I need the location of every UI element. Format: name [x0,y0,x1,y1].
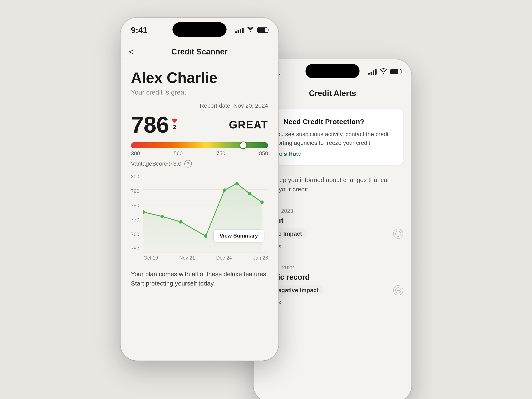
expand-button-2[interactable] [393,285,403,295]
protection-card-header: Need Credit Protection? [269,117,396,127]
battery-icon-left [257,27,268,33]
protection-card: Need Credit Protection? If you see suspi… [262,109,403,165]
status-icons-right [368,68,401,75]
y-label-800: 800 [131,174,139,180]
heres-how-link[interactable]: Here's How → [269,151,396,157]
signal-bar-3 [240,29,241,33]
wifi-icon-left [247,27,254,34]
back-button[interactable]: < [129,48,133,56]
phone-content-left: Alex Charlie Your credit is great Report… [120,61,279,296]
phone-left: 9:41 [120,18,279,361]
score-row: 786 2 GREAT [131,113,268,136]
signal-bars-right [368,69,377,75]
alert-type-1: Credit [262,216,403,225]
y-label-790: 790 [131,188,139,194]
svg-point-11 [235,182,238,185]
protection-card-desc: If you see suspicious activity, contact … [269,130,396,147]
svg-point-7 [160,215,164,218]
x-label-jan26: Jan 26 [253,255,268,261]
score-bar [131,142,268,148]
score-display: 786 2 [131,113,177,136]
score-bar-container: 300 560 750 850 [131,142,268,157]
score-min-label: 300 [131,150,140,157]
dynamic-island-left [172,22,227,37]
y-label-770: 770 [131,217,139,223]
score-bar-labels: 300 560 750 850 [131,150,268,157]
y-label-780: 780 [131,203,139,209]
status-time-left: 9:41 [131,25,147,35]
chart-area: View Summary [143,174,268,253]
signal-bar-4 [242,28,244,33]
wifi-icon-right [380,68,387,75]
expand-button-1[interactable] [393,229,403,239]
svg-point-13 [260,201,264,204]
score-good-label: 750 [216,150,225,157]
alert-source-1: Equifax [262,242,403,249]
alert-impact-row-2: Negative Impact [262,285,403,296]
alert-date-2: Nov 28, 2022 [262,264,403,271]
chart-x-labels: Oct 19 Nov 21 Dec 24 Jan 26 [143,255,268,261]
alert-source-2: Equifax [262,299,403,306]
score-max-label: 850 [259,150,268,157]
y-label-760: 760 [131,232,139,237]
score-value: 786 [131,113,169,136]
bottom-text: Your plan comes with all of these deluxe… [131,269,268,288]
signal-bar-r3 [373,70,374,75]
y-label-750: 750 [131,246,139,252]
chart-y-labels: 800 790 780 770 760 750 [131,174,139,253]
nav-bar-left: < Credit Scanner [120,43,279,61]
signal-bar-1 [235,31,237,33]
x-label-oct19: Oct 19 [143,255,158,261]
signal-bar-r2 [371,72,372,75]
page-title-left: Credit Scanner [171,47,228,56]
status-icons-left [235,27,268,34]
vantage-score: VantageScore® 3.0 ? [131,160,268,167]
page-title-right: Credit Alerts [309,89,356,98]
report-date: Report date: Nov 20, 2024 [131,102,268,109]
score-change: 2 [172,119,177,130]
alert-date-1: Jan 28, 2023 [262,208,403,214]
view-summary-button[interactable]: View Summary [213,229,264,242]
signal-bars-left [235,27,244,33]
dynamic-island-right [305,64,360,78]
battery-fill-right [391,70,398,74]
score-fair-label: 560 [174,150,183,157]
impact-label-2: Negative Impact [274,287,319,294]
x-label-nov21: Nov 21 [179,255,195,261]
score-arrow-down [172,119,177,123]
signal-bar-2 [238,30,239,33]
heres-how-arrow: → [303,151,309,157]
svg-point-10 [223,189,226,192]
battery-icon-right [390,69,401,74]
alert-type-2: Public record [262,273,403,282]
alert-impact-row-1: No Impact [262,228,403,239]
vantage-info-button[interactable]: ? [184,160,192,167]
svg-point-12 [248,192,251,195]
score-indicator [240,141,247,149]
score-delta: 2 [173,124,176,130]
signal-bar-r1 [368,73,370,75]
svg-point-9 [204,234,207,238]
x-label-dec24: Dec 24 [216,255,232,261]
user-name: Alex Charlie [131,70,268,86]
vantage-score-text: VantageScore® 3.0 [131,160,181,167]
svg-point-8 [179,220,182,224]
signal-bar-r4 [375,69,377,75]
score-label: GREAT [229,119,268,131]
phones-container: 9:41 [120,18,412,381]
chart-container: 800 790 780 770 760 750 [131,174,268,261]
battery-fill-left [258,28,265,32]
credit-status-text: Your credit is great [131,89,268,96]
protection-card-title: Need Credit Protection? [284,118,364,126]
